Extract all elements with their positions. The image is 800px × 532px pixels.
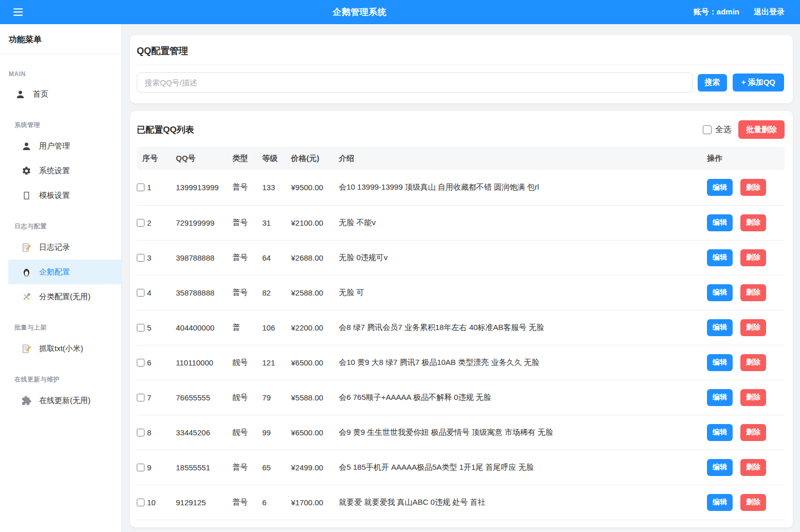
row-checkbox[interactable] — [137, 289, 144, 297]
col-header-actions: 操作 — [707, 146, 785, 170]
select-all-checkbox[interactable] — [703, 125, 712, 134]
edit-button[interactable]: 编辑 — [707, 249, 733, 266]
table-row: 10 9129125 普号 6 ¥1700.00 就要爱 就要爱我 真山ABC … — [137, 485, 785, 520]
row-level: 133 — [262, 170, 291, 205]
main-content: QQ配置管理 搜索 + 添加QQ 已配置QQ列表 全选 批量 — [122, 24, 800, 532]
sidebar-item[interactable]: 日志记录 — [0, 235, 121, 260]
col-header-price: 价格(元) — [291, 146, 339, 170]
sidebar-item[interactable]: 用户管理 — [0, 134, 121, 158]
row-description: 会8 绿7 腾讯会员7 业务累积18年左右 40标准AB客服号 无脸 — [339, 310, 707, 345]
delete-button[interactable]: 删除 — [740, 459, 766, 476]
table-row: 6 110110000 靓号 121 ¥6500.00 会10 黄9 大8 绿7… — [137, 345, 785, 380]
delete-button[interactable]: 删除 — [740, 319, 766, 336]
sidebar-item-label: 日志记录 — [39, 243, 70, 252]
edit-button[interactable]: 编辑 — [707, 319, 733, 336]
row-description: 会6 765顺子+AAAAA 极品不解释 0违规 无脸 — [339, 380, 707, 415]
row-checkbox[interactable] — [137, 394, 144, 401]
sidebar-section-label: 批量与上架 — [0, 323, 121, 332]
sidebar-item[interactable]: 分类配置(无用) — [0, 284, 121, 309]
edit-button[interactable]: 编辑 — [707, 284, 733, 301]
sidebar-section-label: 在线更新与维护 — [0, 375, 121, 384]
row-qq-number: 18555551 — [176, 450, 232, 485]
row-price: ¥2688.00 — [291, 240, 339, 275]
sidebar-item[interactable]: 抓取txt(小米) — [0, 336, 121, 361]
row-level: 64 — [262, 240, 291, 275]
row-checkbox[interactable] — [137, 429, 144, 436]
edit-button[interactable]: 编辑 — [707, 179, 733, 196]
row-checkbox[interactable] — [137, 464, 144, 471]
sidebar-item[interactable]: 在线更新(无用) — [0, 388, 121, 413]
delete-button[interactable]: 删除 — [740, 424, 766, 441]
delete-button[interactable]: 删除 — [740, 249, 766, 266]
template-icon — [22, 191, 31, 200]
row-price: ¥2100.00 — [291, 205, 339, 240]
list-card-header: 已配置QQ列表 全选 批量删除 — [137, 111, 785, 146]
menu-icon[interactable] — [13, 7, 26, 17]
sidebar-section: 批量与上架抓取txt(小米) — [0, 323, 121, 361]
row-type: 靓号 — [232, 415, 262, 450]
table-row: 1 1399913999 普号 133 ¥9500.00 会10 13999-1… — [137, 170, 785, 205]
row-qq-number: 9129125 — [176, 485, 232, 520]
batch-delete-button[interactable]: 批量删除 — [738, 120, 785, 139]
row-index: 1 — [147, 183, 151, 192]
delete-button[interactable]: 删除 — [740, 494, 766, 511]
delete-button[interactable]: 删除 — [740, 179, 766, 196]
search-button[interactable]: 搜索 — [698, 74, 727, 91]
penguin-icon — [22, 267, 31, 277]
col-header-qq: QQ号 — [176, 146, 232, 170]
row-index: 10 — [147, 498, 156, 507]
row-checkbox[interactable] — [137, 359, 144, 366]
row-checkbox[interactable] — [137, 219, 144, 227]
sidebar-item-label: 分类配置(无用) — [39, 292, 90, 302]
delete-button[interactable]: 删除 — [740, 284, 766, 301]
sidebar-item[interactable]: 系统设置 — [0, 158, 121, 183]
edit-button[interactable]: 编辑 — [707, 214, 733, 231]
user-icon — [15, 89, 25, 99]
edit-button[interactable]: 编辑 — [707, 459, 733, 476]
sidebar-item[interactable]: 首页 — [0, 82, 121, 106]
row-type: 普 — [232, 310, 262, 345]
row-description: 就要爱 就要爱我 真山ABC 0违规 处号 首社 — [339, 485, 707, 520]
select-all[interactable]: 全选 — [703, 124, 732, 135]
row-checkbox[interactable] — [137, 324, 144, 332]
puzzle-icon — [22, 396, 31, 406]
delete-button[interactable]: 删除 — [740, 389, 766, 406]
row-index: 6 — [147, 358, 151, 367]
row-checkbox[interactable] — [137, 499, 144, 506]
tools-icon — [22, 292, 31, 302]
row-level: 82 — [262, 275, 291, 310]
edit-button[interactable]: 编辑 — [707, 389, 733, 406]
edit-button[interactable]: 编辑 — [707, 424, 733, 441]
add-qq-button[interactable]: + 添加QQ — [733, 74, 784, 91]
row-index: 8 — [147, 428, 151, 437]
title-divider — [137, 65, 784, 65]
edit-button[interactable]: 编辑 — [707, 354, 733, 371]
sidebar-item[interactable]: 模板设置 — [0, 183, 121, 208]
row-type: 普号 — [232, 275, 262, 310]
delete-button[interactable]: 删除 — [740, 214, 766, 231]
row-price: ¥1700.00 — [291, 485, 339, 520]
delete-button[interactable]: 删除 — [740, 354, 766, 371]
row-checkbox[interactable] — [137, 254, 144, 262]
sidebar-title: 功能菜单 — [0, 24, 121, 53]
top-header: 企鹅管理系统 账号：admin 退出登录 — [0, 0, 800, 24]
sidebar-section: 日志与配置日志记录企鹅配置分类配置(无用) — [0, 222, 121, 309]
row-type: 靓号 — [232, 345, 262, 380]
header-right: 账号：admin 退出登录 — [694, 7, 785, 17]
config-card-title: QQ配置管理 — [137, 45, 784, 57]
sidebar-section-label: MAIN — [0, 70, 121, 78]
edit-button[interactable]: 编辑 — [707, 494, 733, 511]
search-input[interactable] — [137, 72, 693, 93]
search-row: 搜索 + 添加QQ — [137, 72, 784, 93]
row-checkbox[interactable] — [137, 184, 144, 191]
logout-link[interactable]: 退出登录 — [754, 7, 785, 17]
sidebar-section: MAIN首页 — [0, 70, 121, 106]
sidebar-section: 系统管理用户管理系统设置模板设置 — [0, 121, 121, 208]
sidebar-item[interactable]: 企鹅配置 — [8, 260, 121, 284]
sidebar-item-label: 系统设置 — [39, 166, 70, 176]
row-price: ¥9500.00 — [291, 170, 339, 205]
qq-config-card: QQ配置管理 搜索 + 添加QQ — [130, 35, 793, 103]
row-price: ¥5588.00 — [291, 380, 339, 415]
row-description: 无脸 不能v — [339, 205, 707, 240]
row-level: 65 — [262, 450, 291, 485]
